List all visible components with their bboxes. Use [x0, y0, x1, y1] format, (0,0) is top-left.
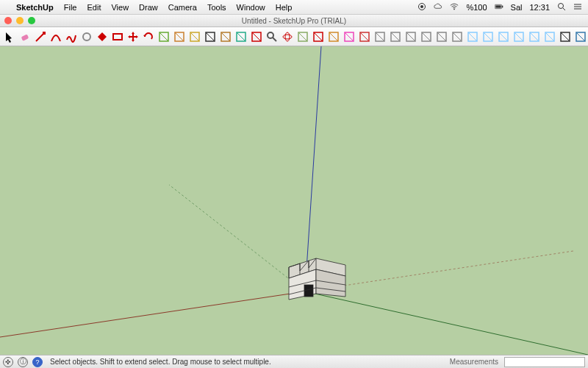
- menu-edit[interactable]: Edit: [87, 3, 101, 12]
- get-models-tool[interactable]: [358, 30, 371, 43]
- line-tool[interactable]: [34, 30, 47, 43]
- tape-measure-tool[interactable]: [188, 30, 201, 43]
- wifi-icon[interactable]: [450, 2, 459, 13]
- print-back[interactable]: [435, 30, 448, 43]
- svg-line-18: [159, 32, 168, 41]
- warehouse-tool[interactable]: [559, 30, 572, 43]
- svg-point-31: [268, 32, 273, 38]
- section-plane-tool[interactable]: [327, 30, 340, 43]
- svg-line-46: [376, 32, 384, 41]
- print-left[interactable]: [451, 30, 464, 43]
- svg-line-32: [273, 38, 276, 41]
- svg-line-24: [206, 32, 215, 41]
- svg-line-7: [563, 8, 565, 10]
- svg-line-70: [561, 32, 570, 41]
- eraser-tool[interactable]: [18, 30, 32, 43]
- style-shaded[interactable]: [497, 30, 510, 43]
- svg-line-66: [530, 32, 539, 41]
- measurements-input[interactable]: [504, 357, 585, 367]
- circle-tool[interactable]: [80, 30, 93, 43]
- menu-view[interactable]: View: [111, 3, 129, 12]
- svg-line-72: [576, 32, 585, 41]
- menu-tools[interactable]: Tools: [207, 3, 226, 12]
- status-1-icon[interactable]: [417, 2, 426, 13]
- svg-point-14: [83, 33, 90, 40]
- svg-point-1: [420, 5, 423, 8]
- polygon-tool[interactable]: [96, 30, 109, 43]
- cloud-icon[interactable]: [434, 2, 442, 13]
- credits-icon[interactable]: ⓘ: [18, 357, 28, 367]
- svg-line-60: [484, 32, 492, 41]
- svg-line-56: [453, 32, 462, 41]
- rectangle-tool[interactable]: [111, 30, 124, 43]
- svg-line-50: [406, 32, 415, 41]
- arc-tool[interactable]: [49, 30, 62, 43]
- search-icon[interactable]: [557, 2, 566, 13]
- axes-overlay: [0, 46, 588, 355]
- building-model[interactable]: [285, 254, 351, 305]
- style-hidden[interactable]: [481, 30, 495, 43]
- svg-point-34: [285, 32, 290, 41]
- style-wire[interactable]: [466, 30, 479, 43]
- svg-line-42: [345, 32, 354, 41]
- rotate-tool[interactable]: [142, 30, 155, 43]
- status-hint: Select objects. Shift to extend select. …: [50, 358, 271, 366]
- pushpull-tool[interactable]: [173, 30, 186, 43]
- app-name[interactable]: SketchUp: [16, 3, 54, 12]
- followme-tool[interactable]: [234, 30, 248, 43]
- style-mono[interactable]: [528, 30, 541, 43]
- offset-tool[interactable]: [250, 30, 263, 43]
- svg-rect-87: [304, 285, 313, 297]
- svg-line-44: [360, 32, 369, 41]
- select-tool[interactable]: [3, 30, 16, 43]
- zoom-tool[interactable]: [265, 30, 279, 43]
- scale-tool[interactable]: [157, 30, 171, 43]
- minimize-window-button[interactable]: [16, 17, 24, 24]
- menu-file[interactable]: File: [64, 3, 77, 12]
- status-bar: ✜ ⓘ ? Select objects. Shift to extend se…: [0, 355, 588, 368]
- menu-extra-icon[interactable]: [573, 2, 582, 13]
- print-right[interactable]: [420, 30, 433, 43]
- macos-menu-bar: SketchUp File Edit View Draw Camera Tool…: [0, 0, 588, 15]
- orbit-tool[interactable]: [281, 30, 294, 43]
- freehand-tool[interactable]: [65, 30, 78, 43]
- day-text: Sal: [511, 3, 523, 12]
- svg-rect-4: [495, 5, 501, 7]
- close-window-button[interactable]: [4, 17, 12, 24]
- svg-line-54: [437, 32, 446, 41]
- print-iso[interactable]: [373, 30, 387, 43]
- menu-draw[interactable]: Draw: [139, 3, 158, 12]
- zoom-window-button[interactable]: [28, 17, 35, 24]
- svg-line-58: [468, 32, 477, 41]
- help-icon[interactable]: ?: [32, 357, 43, 367]
- extension-warehouse-tool[interactable]: [574, 30, 587, 43]
- battery-icon[interactable]: [495, 2, 503, 13]
- menu-window[interactable]: Window: [237, 3, 265, 12]
- model-viewport[interactable]: [0, 46, 588, 355]
- svg-line-40: [329, 32, 338, 41]
- svg-line-20: [175, 32, 184, 41]
- svg-line-30: [252, 32, 261, 41]
- paint-bucket-tool[interactable]: [219, 30, 232, 43]
- svg-rect-16: [113, 34, 122, 40]
- svg-line-26: [221, 32, 230, 41]
- text-tool[interactable]: [204, 30, 217, 43]
- menu-camera[interactable]: Camera: [168, 3, 197, 12]
- svg-rect-13: [43, 32, 46, 35]
- print-front[interactable]: [404, 30, 417, 43]
- axes-tool[interactable]: [343, 30, 356, 43]
- measurements-label: Measurements: [450, 358, 500, 366]
- style-shaded-tex[interactable]: [512, 30, 526, 43]
- main-toolbar: [0, 27, 588, 46]
- zoom-extents-tool[interactable]: [312, 30, 325, 43]
- svg-line-48: [391, 32, 400, 41]
- print-top[interactable]: [389, 30, 402, 43]
- time-text: 12:31: [529, 3, 550, 12]
- menu-help[interactable]: Help: [276, 3, 293, 12]
- style-xray[interactable]: [543, 30, 556, 43]
- move-tool[interactable]: [126, 30, 140, 43]
- svg-marker-15: [98, 32, 107, 41]
- geo-location-icon[interactable]: ✜: [3, 357, 13, 367]
- window-traffic-lights: [4, 17, 35, 24]
- pan-tool[interactable]: [296, 30, 309, 43]
